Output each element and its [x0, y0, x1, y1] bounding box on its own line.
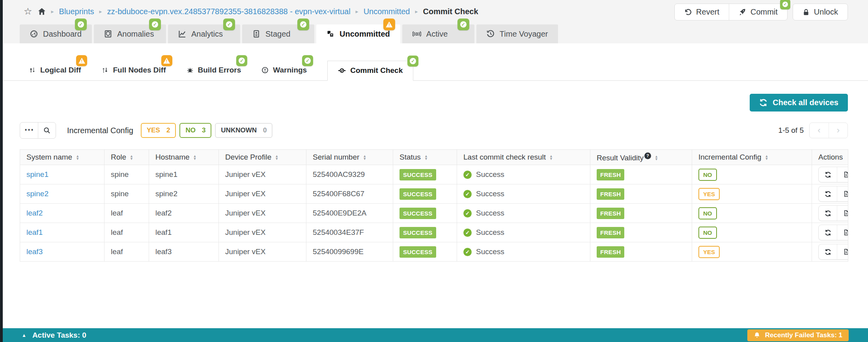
- check-all-devices-button[interactable]: Check all devices: [750, 94, 848, 112]
- tab-dashboard[interactable]: ✓ Dashboard: [20, 24, 92, 43]
- filter-pill-yes[interactable]: YES 2: [141, 123, 176, 138]
- row-view-config-button[interactable]: [837, 186, 848, 201]
- row-recheck-button[interactable]: [819, 186, 837, 201]
- active-icon: [413, 30, 421, 38]
- warning-badge-icon: !: [76, 55, 87, 66]
- row-actions-group: [818, 167, 848, 182]
- subtab-full-nodes-diff[interactable]: ! Full Nodes Diff: [101, 66, 166, 80]
- system-name-link[interactable]: spine2: [26, 190, 49, 198]
- column-header-role[interactable]: Role▲▼: [105, 150, 149, 165]
- revert-button[interactable]: Revert: [675, 4, 729, 20]
- warning-badge-icon: !: [383, 19, 395, 30]
- role-cell: leaf: [105, 204, 149, 223]
- row-actions-group: [818, 186, 848, 202]
- row-view-config-button[interactable]: [837, 225, 848, 240]
- tab-analytics[interactable]: ✓ Analytics: [168, 24, 240, 43]
- breadcrumb-blueprints-link[interactable]: Blueprints: [59, 7, 94, 16]
- filter-pill-label: YES: [147, 126, 160, 134]
- subtab-build-errors[interactable]: ✓ Build Errors: [187, 66, 241, 80]
- table-header-row: System name▲▼ Role▲▼ Hostname▲▼ Device P…: [20, 150, 848, 165]
- next-page-button[interactable]: ›: [829, 123, 847, 138]
- role-cell: leaf: [105, 242, 149, 262]
- warnings-icon: [261, 67, 269, 74]
- row-view-config-button[interactable]: [837, 167, 848, 182]
- system-name-link[interactable]: leaf1: [26, 228, 43, 236]
- row-recheck-button[interactable]: [819, 167, 837, 182]
- breadcrumb-blueprint-name-link[interactable]: zz-bduboce-evpn.vex.2485377892355-381682…: [107, 7, 351, 16]
- success-badge-icon: ✓: [302, 55, 313, 66]
- help-icon[interactable]: ?: [644, 152, 651, 159]
- tab-anomalies[interactable]: ✓ Anomalies: [94, 24, 166, 43]
- hostname-cell: leaf2: [149, 204, 219, 223]
- favorite-star-icon[interactable]: ☆: [24, 7, 32, 16]
- result-validity-badge: FRESH: [597, 188, 624, 200]
- commit-check-icon: [338, 67, 346, 74]
- home-icon[interactable]: [37, 7, 46, 16]
- refresh-icon: [825, 249, 831, 255]
- column-header-device-profile[interactable]: Device Profile▲▼: [219, 150, 306, 165]
- device-profile-cell: Juniper vEX: [219, 204, 306, 223]
- sort-icon: ▲▼: [655, 155, 658, 161]
- incremental-config-pill: YES: [698, 246, 720, 258]
- filter-pill-count: 2: [166, 126, 170, 134]
- search-button[interactable]: [38, 123, 56, 138]
- chevron-right-icon: ›: [837, 125, 840, 135]
- row-recheck-button[interactable]: [819, 244, 837, 259]
- column-header-incremental-config[interactable]: Incremental Config▲▼: [692, 150, 812, 165]
- breadcrumb-current: Commit Check: [423, 7, 478, 16]
- column-header-serial-number[interactable]: Serial number▲▼: [306, 150, 393, 165]
- commit-label: Commit: [750, 7, 778, 17]
- column-header-last-commit-check-result[interactable]: Last commit check result▲▼: [457, 150, 590, 165]
- recently-failed-tasks-button[interactable]: Recently Failed Tasks: 1: [747, 329, 849, 341]
- filter-pill-no[interactable]: NO 3: [179, 123, 211, 138]
- row-view-config-button[interactable]: [837, 244, 848, 259]
- column-header-hostname[interactable]: Hostname▲▼: [149, 150, 219, 165]
- breadcrumb-separator-icon: ▸: [51, 8, 54, 15]
- tab-label: Active: [426, 30, 448, 39]
- pager-buttons: ‹ ›: [809, 123, 848, 138]
- system-name-link[interactable]: spine1: [26, 170, 49, 178]
- result-validity-badge: FRESH: [597, 246, 624, 258]
- status-badge: SUCCESS: [399, 188, 436, 200]
- active-tasks-toggle[interactable]: ▲ Active Tasks: 0: [22, 331, 86, 340]
- logical-diff-icon: [29, 67, 36, 74]
- tab-uncommitted[interactable]: ! Uncommitted: [316, 24, 400, 43]
- subtab-label: Logical Diff: [40, 66, 81, 74]
- analytics-icon: [178, 30, 186, 38]
- system-name-link[interactable]: leaf2: [26, 209, 43, 217]
- commit-button[interactable]: ✓ Commit: [729, 4, 787, 20]
- time-voyager-icon: [487, 30, 495, 38]
- breadcrumb-uncommitted-link[interactable]: Uncommitted: [364, 7, 410, 16]
- more-options-button[interactable]: ⋯: [20, 123, 38, 138]
- unlock-button[interactable]: Unlock: [793, 4, 848, 20]
- recently-failed-tasks-label: Recently Failed Tasks: 1: [765, 331, 842, 339]
- tab-time-voyager[interactable]: Time Voyager: [476, 24, 558, 43]
- left-edge-strip: [0, 0, 3, 342]
- subtab-warnings[interactable]: ✓ Warnings: [261, 66, 307, 80]
- tab-active[interactable]: ✓ Active: [402, 24, 474, 43]
- staged-icon: [252, 30, 260, 38]
- column-header-system-name[interactable]: System name▲▼: [20, 150, 105, 165]
- incremental-config-pill: NO: [698, 207, 717, 219]
- refresh-icon: [825, 191, 831, 197]
- row-recheck-button[interactable]: [819, 206, 837, 221]
- filter-row: ⋯ Incremental Config YES 2 NO 3 UNKNOWN …: [20, 122, 848, 139]
- column-header-result-validity[interactable]: Result Validity?▲▼: [590, 150, 692, 165]
- app-root: ☆ ▸ Blueprints ▸ zz-bduboce-evpn.vex.248…: [0, 0, 868, 342]
- pagination: 1-5 of 5 ‹ ›: [778, 123, 848, 138]
- tab-staged[interactable]: ✓ Staged: [242, 24, 314, 43]
- sub-tabs: ! Logical Diff ! Full Nodes Diff ✓ Build…: [0, 61, 868, 81]
- column-header-status[interactable]: Status▲▼: [393, 150, 457, 165]
- sort-icon: ▲▼: [275, 155, 278, 160]
- document-icon: [843, 210, 848, 216]
- incremental-config-pill: NO: [698, 169, 717, 181]
- subtab-commit-check[interactable]: ✓ Commit Check: [327, 61, 413, 81]
- row-view-config-button[interactable]: [837, 206, 848, 221]
- build-errors-bug-icon: [187, 67, 194, 74]
- subtab-logical-diff[interactable]: ! Logical Diff: [29, 66, 81, 80]
- filter-pill-unknown[interactable]: UNKNOWN 0: [215, 123, 273, 138]
- uncommitted-icon: [327, 30, 334, 38]
- system-name-link[interactable]: leaf3: [26, 247, 43, 256]
- prev-page-button[interactable]: ‹: [810, 123, 829, 138]
- row-recheck-button[interactable]: [819, 225, 837, 240]
